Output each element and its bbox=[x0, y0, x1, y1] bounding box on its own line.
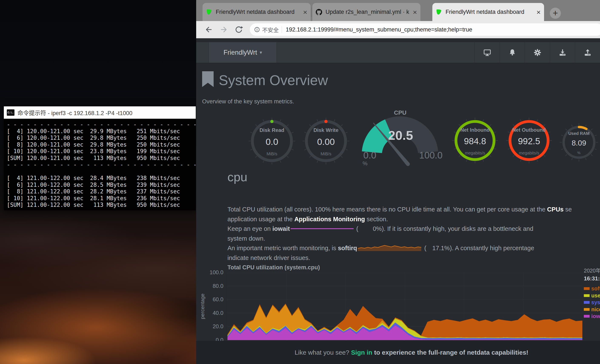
legend-label: nice bbox=[591, 306, 600, 313]
svg-text:992.5: 992.5 bbox=[518, 136, 540, 146]
terminal-line: [ 8] 120.00-121.00 sec 29.8 MBytes 250 M… bbox=[7, 141, 196, 148]
tab-title: FriendlyWrt netdata dashboard bbox=[446, 9, 534, 15]
metric-value: 17.1% bbox=[426, 243, 450, 253]
y-tick: 100.0 bbox=[198, 269, 223, 276]
back-icon[interactable] bbox=[204, 25, 213, 34]
tab-github[interactable]: Update r2s_lean_minimal.yml · k × bbox=[312, 3, 421, 21]
tab-close-icon[interactable]: × bbox=[303, 9, 307, 15]
metric-name: iowait bbox=[272, 225, 290, 232]
legend-swatch bbox=[584, 294, 590, 297]
text: An important metric worth monitoring, is bbox=[227, 245, 338, 252]
browser-window: FriendlyWrt netdata dashboard × Update r… bbox=[196, 0, 600, 364]
omnibox-divider bbox=[282, 26, 282, 33]
legend-label: system bbox=[591, 299, 600, 306]
text: Total CPU utilization (all cores). 100% … bbox=[227, 206, 547, 213]
description-line: An important metric worth monitoring, is… bbox=[227, 243, 600, 253]
legend-item-iowait[interactable]: iowait bbox=[584, 313, 600, 319]
security-label: 不安全 bbox=[262, 26, 279, 34]
y-tick: 20.0 bbox=[198, 323, 223, 330]
import-button[interactable] bbox=[550, 42, 575, 63]
terminal-line: [SUM] 120.00-121.00 sec 113 MBytes 950 M… bbox=[7, 155, 196, 162]
new-tab-button[interactable]: + bbox=[550, 8, 561, 19]
legend-label: softirq bbox=[591, 286, 600, 292]
gauge-used-ram[interactable]: Used RAM8.09% bbox=[559, 122, 599, 163]
sign-in-link[interactable]: Sign in bbox=[351, 349, 372, 356]
metric-value: 0% bbox=[358, 224, 382, 234]
terminal-line bbox=[7, 168, 196, 175]
github-favicon bbox=[316, 9, 322, 15]
download-icon bbox=[559, 48, 567, 56]
svg-text:megabits/s: megabits/s bbox=[465, 151, 485, 155]
chart-ylabel: percentage bbox=[200, 285, 206, 328]
host-name: FriendlyWrt bbox=[224, 49, 257, 56]
cmd-icon: C:\. bbox=[7, 109, 14, 116]
export-button[interactable] bbox=[575, 42, 600, 63]
text: ). If it is constantly high, your disks … bbox=[382, 225, 533, 232]
alarms-button[interactable] bbox=[500, 42, 525, 63]
legend-swatch bbox=[584, 315, 590, 318]
tab-close-icon[interactable]: × bbox=[413, 9, 417, 15]
legend-swatch bbox=[584, 287, 590, 290]
gear-icon bbox=[534, 48, 542, 56]
tab-title: FriendlyWrt netdata dashboard bbox=[216, 9, 300, 15]
legend-swatch bbox=[584, 308, 590, 311]
svg-text:100.0: 100.0 bbox=[419, 150, 442, 160]
terminal-line: [ 4] 121.00-122.00 sec 28.4 MBytes 238 M… bbox=[7, 175, 196, 182]
svg-text:%: % bbox=[363, 160, 367, 167]
chevron-down-icon: ▾ bbox=[260, 50, 262, 55]
bookmark-icon bbox=[202, 71, 214, 87]
gauge-net-inbound[interactable]: Net Inbound984.8megabits/s bbox=[451, 117, 499, 165]
gauge-disk-read[interactable]: Disk Read0.0MiB/s bbox=[247, 117, 296, 166]
svg-text:Net Inbound: Net Inbound bbox=[460, 127, 490, 133]
terminal-line: [ 4] 120.00-121.00 sec 29.9 MBytes 251 M… bbox=[7, 128, 196, 135]
svg-text:0.00: 0.00 bbox=[317, 137, 335, 147]
terminal-window: C:\. 命令提示符 - iperf3 -c 192.168.1.2 -P4 -… bbox=[4, 106, 196, 210]
svg-text:CPU: CPU bbox=[394, 109, 406, 116]
y-tick: 40.0 bbox=[198, 310, 223, 316]
cpu-description: Total CPU utilization (all cores). 100% … bbox=[227, 205, 600, 263]
host-dropdown[interactable]: FriendlyWrt ▾ bbox=[209, 42, 277, 63]
legend-label: iowait bbox=[591, 313, 600, 319]
forward-icon[interactable] bbox=[220, 25, 228, 34]
legend-item-user[interactable]: user bbox=[584, 292, 600, 299]
tab-title: Update r2s_lean_minimal.yml · k bbox=[326, 9, 410, 15]
monitor-button[interactable] bbox=[474, 42, 500, 63]
svg-text:Used RAM: Used RAM bbox=[568, 131, 590, 136]
softirq-sparkline bbox=[358, 243, 422, 252]
tab-close-icon[interactable]: × bbox=[536, 9, 541, 15]
tab-friendlywrt-2-active[interactable]: FriendlyWrt netdata dashboard × bbox=[432, 3, 544, 21]
terminal-line: [SUM] 121.00-122.00 sec 113 MBytes 950 M… bbox=[7, 202, 196, 208]
monitor-icon bbox=[483, 48, 491, 56]
svg-text:20.5: 20.5 bbox=[388, 128, 413, 142]
terminal-line: [ 6] 121.00-122.00 sec 28.5 MBytes 239 M… bbox=[7, 182, 196, 188]
description-line: Keep an eye on iowait (0%). If it is con… bbox=[227, 224, 600, 234]
terminal-line: [ 8] 121.00-122.00 sec 28.2 MBytes 237 M… bbox=[7, 188, 196, 195]
section-link[interactable]: Applications Monitoring bbox=[294, 216, 365, 223]
svg-text:0.0: 0.0 bbox=[363, 150, 376, 160]
legend-item-system[interactable]: system bbox=[584, 299, 600, 306]
gauge-net-outbound[interactable]: Net Outbound992.5megabits/s bbox=[505, 117, 553, 165]
section-link[interactable]: CPUs bbox=[547, 206, 563, 213]
tab-friendlywrt-1[interactable]: FriendlyWrt netdata dashboard × bbox=[203, 3, 311, 21]
text: Keep an eye on bbox=[227, 225, 272, 232]
settings-button[interactable] bbox=[525, 42, 550, 63]
description-line: indicate network driver issues. bbox=[227, 253, 600, 263]
terminal-line: - - - - - - - - - - - - - - - - - - - - … bbox=[7, 121, 196, 128]
terminal-title: 命令提示符 - iperf3 -c 192.168.1.2 -P4 -t1000 bbox=[18, 109, 132, 117]
terminal-titlebar[interactable]: C:\. 命令提示符 - iperf3 -c 192.168.1.2 -P4 -… bbox=[4, 106, 196, 119]
metric-name: softirq bbox=[338, 245, 357, 252]
gauge-disk-write[interactable]: Disk Write0.00MiB/s bbox=[301, 117, 350, 166]
cpu-utilization-chart[interactable] bbox=[227, 272, 582, 341]
description-line: Total CPU utilization (all cores). 100% … bbox=[227, 205, 600, 215]
gauge-cpu[interactable]: CPU20.50.0100.0% bbox=[360, 107, 445, 172]
info-icon[interactable] bbox=[254, 27, 260, 33]
legend-item-nice[interactable]: nice bbox=[584, 306, 600, 313]
text: ( bbox=[422, 245, 426, 252]
address-bar[interactable]: 不安全 192.168.2.1:19999/#menu_system_subme… bbox=[250, 23, 600, 36]
svg-text:8.09: 8.09 bbox=[572, 139, 586, 147]
legend-item-softirq[interactable]: softirq bbox=[584, 286, 600, 292]
url-text: 192.168.2.1:19999/#menu_system_submenu_c… bbox=[286, 26, 472, 33]
chart-legend: 2020年3 16:31:2 bbox=[584, 266, 600, 282]
iowait-sparkline bbox=[291, 228, 354, 229]
reload-icon[interactable] bbox=[234, 25, 243, 34]
